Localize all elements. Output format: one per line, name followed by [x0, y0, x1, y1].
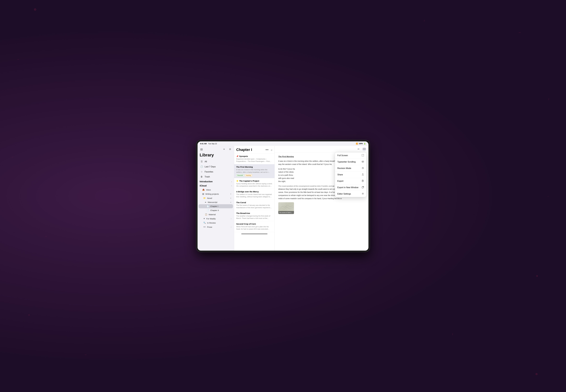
for-maddy-icon: ☀ [203, 217, 205, 220]
sidebar-item-prose[interactable]: 👓 Prose › [199, 225, 233, 229]
share-icon [362, 173, 364, 176]
sidebar-item-chapter-ii[interactable]: 📄 Chapter II [199, 208, 233, 212]
battery-icon: 🔋 [364, 142, 366, 145]
sidebar-item-last7[interactable]: 🕐 Last 7 Days [199, 164, 233, 169]
settings-button[interactable]: ⚙ [228, 147, 232, 151]
sidebar: ▤ + ⚙ Library ☰ All 🕐 Last 7 Days [198, 146, 234, 251]
manuscript-icon: ✒ [205, 201, 207, 203]
editor-toolbar: ✏ ••• [275, 146, 368, 152]
tag-harding: Harding [245, 174, 252, 177]
material-icon: 📋 [205, 213, 207, 216]
introduction-label: Introduction [200, 180, 213, 183]
doc-list-header: Chapter I ••• ⌕ [234, 146, 275, 154]
export-icon [362, 180, 364, 182]
menu-item-full-screen[interactable]: Full Screen [335, 152, 366, 159]
sidebar-item-inbox[interactable]: 📥 Inbox [199, 188, 233, 192]
sidebar-toggle-button[interactable]: ▤ [200, 147, 203, 151]
sidebar-item-for-maddy[interactable]: ☀ For Maddy › [199, 217, 233, 221]
favorites-icon: ☆ [200, 170, 203, 173]
menu-item-share[interactable]: Share [335, 172, 366, 178]
menu-item-revision-mode[interactable]: Revision Mode [335, 165, 366, 172]
writing-projects-chevron: ∨ [230, 193, 231, 195]
sidebar-item-trash[interactable]: 🗑 Trash [199, 174, 233, 179]
sidebar-item-manuscript[interactable]: ✒ Manuscript ∨ [199, 200, 233, 204]
add-button[interactable]: + [222, 147, 226, 151]
status-bar: 9:41 AM Tue Sep 22 📶 100% 🔋 [198, 141, 368, 146]
icloud-label: iCloud [200, 184, 207, 187]
editor-map-image: The course of Saint L... [278, 202, 294, 214]
tablet-frame: 9:41 AM Tue Sep 22 📶 100% 🔋 ▤ + ⚙ [196, 140, 370, 252]
prose-chevron: › [231, 226, 231, 228]
doc-item-corral[interactable]: The Corral The first week of January was… [234, 200, 275, 210]
map-visual [278, 202, 294, 211]
menu-item-export-new-window[interactable]: Export in New Window [335, 184, 366, 191]
menu-item-editor-settings[interactable]: Editor Settings [335, 191, 366, 197]
last7-icon: 🕐 [200, 165, 203, 168]
doc-item-synopsis[interactable]: 📌 Synopsis Departure decided upon – Conj… [234, 154, 275, 164]
tablet-screen: 9:41 AM Tue Sep 22 📶 100% 🔋 ▤ + ⚙ [198, 141, 368, 251]
doc-more-button[interactable]: ••• [265, 148, 268, 152]
prose-icon: 👓 [203, 226, 206, 228]
fullscreen-icon [362, 154, 364, 157]
app-container: ▤ + ⚙ Library ☰ All 🕐 Last 7 Days [198, 146, 368, 251]
revision-icon [362, 167, 364, 170]
export-new-window-icon [362, 186, 364, 189]
star-icon: ⭐ [236, 180, 238, 182]
doc-list-icons: ••• ⌕ [265, 148, 272, 152]
section-introduction[interactable]: Introduction › [198, 179, 234, 183]
svg-rect-6 [362, 161, 364, 162]
library-title: Library [198, 152, 234, 159]
editor-edit-button[interactable]: ✏ [358, 148, 359, 151]
doc-item-bridge-mercy[interactable]: A Bridge over the Mercy The settlers in … [234, 189, 275, 200]
novel-chevron: ∨ [230, 197, 231, 199]
sidebar-item-material[interactable]: 📋 Material [199, 212, 233, 217]
sidebar-header: ▤ + ⚙ [198, 146, 234, 152]
menu-item-export[interactable]: Export [335, 178, 366, 184]
editor-panel: ✏ ••• The First Morning It was six o'clo… [275, 146, 368, 251]
inbox-icon: 📥 [202, 189, 205, 191]
doc-item-captains-project[interactable]: ⭐ The Captain's Project Cyrus Harding st… [234, 178, 275, 189]
wifi-icon: 📶 [356, 143, 358, 145]
chapter-i-icon: 📄 [207, 205, 209, 207]
doc-item-tags: Pencroft Harding [236, 174, 272, 177]
doc-item-second-crop[interactable]: Second Crop of Corn When Pencroft had on… [234, 221, 275, 232]
doc-list-title: Chapter I [236, 148, 252, 152]
strikethrough-text: The exact position of the encampment cou… [278, 185, 332, 187]
tag-pencroft: Pencroft [236, 174, 244, 177]
scroll-indicator [241, 234, 267, 234]
sidebar-item-in-review[interactable]: 🔍 In Review [199, 221, 233, 225]
typewriter-icon [362, 160, 364, 163]
map-caption: The course of Saint L... [278, 211, 294, 214]
synopsis-pin-icon: 📌 [236, 155, 238, 157]
status-icons: 📶 100% 🔋 [356, 142, 366, 145]
trash-icon: 🗑 [200, 175, 203, 178]
sidebar-item-chapter-i[interactable]: 📄 Chapter I [199, 204, 233, 208]
svg-rect-13 [362, 187, 363, 188]
sidebar-header-icons: ▤ [200, 147, 203, 151]
editor-more-button[interactable]: ••• [362, 147, 366, 151]
icloud-chevron: › [231, 185, 233, 186]
sidebar-item-writing-projects[interactable]: ▤ Writing projects ∨ [199, 192, 233, 196]
in-review-icon: 🔍 [203, 222, 206, 224]
sidebar-item-novel[interactable]: 📁 Novel ∨ [199, 196, 233, 200]
all-icon: ☰ [200, 160, 203, 163]
menu-item-typewriter-scrolling[interactable]: Typewriter Scrolling [335, 159, 366, 165]
doc-list: Chapter I ••• ⌕ 📌 Synopsis Departure dec… [234, 146, 275, 251]
chapter-ii-icon: 📄 [207, 209, 209, 211]
editor-settings-icon [362, 193, 364, 195]
section-icloud[interactable]: iCloud › [198, 183, 234, 188]
doc-search-button[interactable]: ⌕ [271, 148, 272, 151]
icloud-children: 📥 Inbox ▤ Writing projects ∨ 📁 Novel ∨ [198, 188, 234, 229]
sidebar-item-all[interactable]: ☰ All [199, 159, 233, 164]
manuscript-chevron: ∨ [230, 201, 231, 203]
doc-item-first-morning[interactable]: The First Morning It was six o'clock in … [234, 164, 275, 178]
writing-projects-icon: ▤ [202, 193, 204, 195]
svg-point-14 [363, 193, 363, 194]
introduction-chevron: › [231, 181, 232, 183]
sidebar-item-favorites[interactable]: ☆ Favorites [199, 169, 233, 174]
doc-item-bread-tree[interactable]: The Bread-tree The weather changed durin… [234, 210, 275, 221]
status-date: Tue Sep 22 [208, 143, 217, 145]
dropdown-menu: Full Screen Typewriter Scrolling [335, 152, 366, 197]
sidebar-nav-section: ☰ All 🕐 Last 7 Days ☆ Favorites 🗑 Trash [198, 159, 234, 179]
battery-percent: 100% [359, 143, 363, 144]
